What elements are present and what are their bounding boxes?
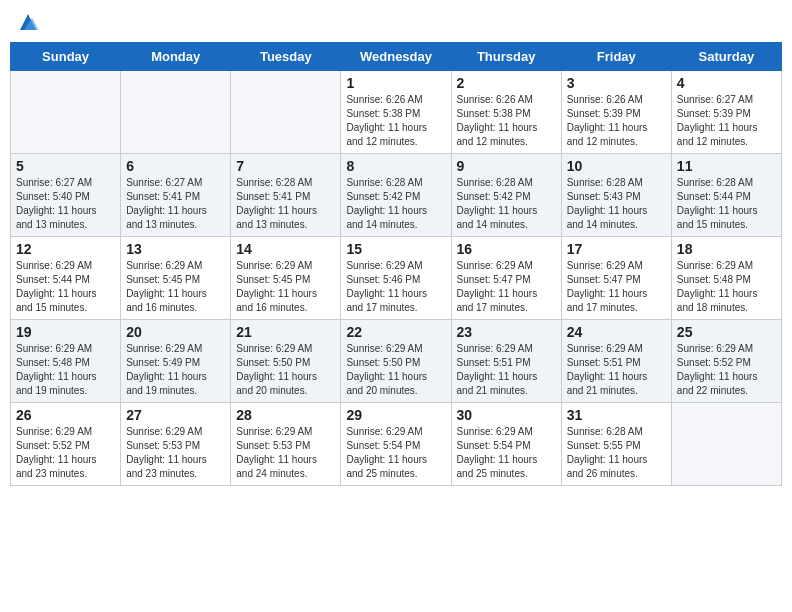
calendar-cell: 9Sunrise: 6:28 AM Sunset: 5:42 PM Daylig… — [451, 154, 561, 237]
day-info: Sunrise: 6:26 AM Sunset: 5:38 PM Dayligh… — [457, 93, 556, 149]
calendar-cell: 8Sunrise: 6:28 AM Sunset: 5:42 PM Daylig… — [341, 154, 451, 237]
calendar-cell: 14Sunrise: 6:29 AM Sunset: 5:45 PM Dayli… — [231, 237, 341, 320]
calendar-cell: 26Sunrise: 6:29 AM Sunset: 5:52 PM Dayli… — [11, 403, 121, 486]
calendar-cell: 2Sunrise: 6:26 AM Sunset: 5:38 PM Daylig… — [451, 71, 561, 154]
calendar-table: SundayMondayTuesdayWednesdayThursdayFrid… — [10, 42, 782, 486]
calendar-cell: 31Sunrise: 6:28 AM Sunset: 5:55 PM Dayli… — [561, 403, 671, 486]
day-info: Sunrise: 6:29 AM Sunset: 5:52 PM Dayligh… — [16, 425, 115, 481]
day-number: 30 — [457, 407, 556, 423]
calendar-cell: 30Sunrise: 6:29 AM Sunset: 5:54 PM Dayli… — [451, 403, 561, 486]
calendar-week-row: 5Sunrise: 6:27 AM Sunset: 5:40 PM Daylig… — [11, 154, 782, 237]
day-info: Sunrise: 6:29 AM Sunset: 5:44 PM Dayligh… — [16, 259, 115, 315]
day-info: Sunrise: 6:29 AM Sunset: 5:45 PM Dayligh… — [126, 259, 225, 315]
day-number: 31 — [567, 407, 666, 423]
day-number: 26 — [16, 407, 115, 423]
day-info: Sunrise: 6:29 AM Sunset: 5:54 PM Dayligh… — [346, 425, 445, 481]
day-info: Sunrise: 6:29 AM Sunset: 5:48 PM Dayligh… — [677, 259, 776, 315]
day-number: 14 — [236, 241, 335, 257]
calendar-cell: 12Sunrise: 6:29 AM Sunset: 5:44 PM Dayli… — [11, 237, 121, 320]
day-number: 24 — [567, 324, 666, 340]
day-info: Sunrise: 6:28 AM Sunset: 5:42 PM Dayligh… — [346, 176, 445, 232]
calendar-cell: 4Sunrise: 6:27 AM Sunset: 5:39 PM Daylig… — [671, 71, 781, 154]
day-info: Sunrise: 6:29 AM Sunset: 5:50 PM Dayligh… — [346, 342, 445, 398]
day-info: Sunrise: 6:26 AM Sunset: 5:38 PM Dayligh… — [346, 93, 445, 149]
day-of-week-header: Wednesday — [341, 43, 451, 71]
calendar-cell: 20Sunrise: 6:29 AM Sunset: 5:49 PM Dayli… — [121, 320, 231, 403]
calendar-cell: 21Sunrise: 6:29 AM Sunset: 5:50 PM Dayli… — [231, 320, 341, 403]
calendar-cell: 7Sunrise: 6:28 AM Sunset: 5:41 PM Daylig… — [231, 154, 341, 237]
calendar-cell — [11, 71, 121, 154]
calendar-cell: 6Sunrise: 6:27 AM Sunset: 5:41 PM Daylig… — [121, 154, 231, 237]
calendar-cell: 22Sunrise: 6:29 AM Sunset: 5:50 PM Dayli… — [341, 320, 451, 403]
calendar-cell — [121, 71, 231, 154]
day-info: Sunrise: 6:29 AM Sunset: 5:47 PM Dayligh… — [457, 259, 556, 315]
calendar-cell: 17Sunrise: 6:29 AM Sunset: 5:47 PM Dayli… — [561, 237, 671, 320]
day-number: 3 — [567, 75, 666, 91]
calendar-cell: 29Sunrise: 6:29 AM Sunset: 5:54 PM Dayli… — [341, 403, 451, 486]
day-info: Sunrise: 6:26 AM Sunset: 5:39 PM Dayligh… — [567, 93, 666, 149]
calendar-cell: 16Sunrise: 6:29 AM Sunset: 5:47 PM Dayli… — [451, 237, 561, 320]
calendar-cell — [231, 71, 341, 154]
day-number: 10 — [567, 158, 666, 174]
calendar-cell — [671, 403, 781, 486]
day-number: 4 — [677, 75, 776, 91]
calendar-cell: 23Sunrise: 6:29 AM Sunset: 5:51 PM Dayli… — [451, 320, 561, 403]
day-number: 25 — [677, 324, 776, 340]
calendar-cell: 27Sunrise: 6:29 AM Sunset: 5:53 PM Dayli… — [121, 403, 231, 486]
day-number: 15 — [346, 241, 445, 257]
day-number: 5 — [16, 158, 115, 174]
day-number: 22 — [346, 324, 445, 340]
day-info: Sunrise: 6:29 AM Sunset: 5:45 PM Dayligh… — [236, 259, 335, 315]
page-header — [10, 10, 782, 34]
day-of-week-header: Monday — [121, 43, 231, 71]
day-of-week-header: Tuesday — [231, 43, 341, 71]
calendar-cell: 24Sunrise: 6:29 AM Sunset: 5:51 PM Dayli… — [561, 320, 671, 403]
day-info: Sunrise: 6:28 AM Sunset: 5:43 PM Dayligh… — [567, 176, 666, 232]
day-number: 13 — [126, 241, 225, 257]
day-info: Sunrise: 6:29 AM Sunset: 5:47 PM Dayligh… — [567, 259, 666, 315]
day-number: 7 — [236, 158, 335, 174]
calendar-cell: 1Sunrise: 6:26 AM Sunset: 5:38 PM Daylig… — [341, 71, 451, 154]
day-number: 17 — [567, 241, 666, 257]
day-info: Sunrise: 6:29 AM Sunset: 5:54 PM Dayligh… — [457, 425, 556, 481]
day-info: Sunrise: 6:29 AM Sunset: 5:50 PM Dayligh… — [236, 342, 335, 398]
day-info: Sunrise: 6:29 AM Sunset: 5:53 PM Dayligh… — [236, 425, 335, 481]
day-of-week-header: Thursday — [451, 43, 561, 71]
day-info: Sunrise: 6:29 AM Sunset: 5:46 PM Dayligh… — [346, 259, 445, 315]
calendar-cell: 25Sunrise: 6:29 AM Sunset: 5:52 PM Dayli… — [671, 320, 781, 403]
day-number: 23 — [457, 324, 556, 340]
day-info: Sunrise: 6:27 AM Sunset: 5:40 PM Dayligh… — [16, 176, 115, 232]
calendar-cell: 19Sunrise: 6:29 AM Sunset: 5:48 PM Dayli… — [11, 320, 121, 403]
day-number: 11 — [677, 158, 776, 174]
day-info: Sunrise: 6:29 AM Sunset: 5:51 PM Dayligh… — [567, 342, 666, 398]
day-number: 28 — [236, 407, 335, 423]
day-number: 16 — [457, 241, 556, 257]
day-info: Sunrise: 6:27 AM Sunset: 5:39 PM Dayligh… — [677, 93, 776, 149]
day-info: Sunrise: 6:28 AM Sunset: 5:42 PM Dayligh… — [457, 176, 556, 232]
logo — [14, 10, 40, 34]
day-number: 1 — [346, 75, 445, 91]
calendar-cell: 15Sunrise: 6:29 AM Sunset: 5:46 PM Dayli… — [341, 237, 451, 320]
day-info: Sunrise: 6:29 AM Sunset: 5:49 PM Dayligh… — [126, 342, 225, 398]
day-info: Sunrise: 6:27 AM Sunset: 5:41 PM Dayligh… — [126, 176, 225, 232]
calendar-cell: 11Sunrise: 6:28 AM Sunset: 5:44 PM Dayli… — [671, 154, 781, 237]
day-info: Sunrise: 6:28 AM Sunset: 5:44 PM Dayligh… — [677, 176, 776, 232]
calendar-cell: 28Sunrise: 6:29 AM Sunset: 5:53 PM Dayli… — [231, 403, 341, 486]
day-number: 21 — [236, 324, 335, 340]
day-number: 20 — [126, 324, 225, 340]
day-number: 12 — [16, 241, 115, 257]
day-info: Sunrise: 6:28 AM Sunset: 5:41 PM Dayligh… — [236, 176, 335, 232]
day-number: 2 — [457, 75, 556, 91]
day-of-week-header: Sunday — [11, 43, 121, 71]
day-of-week-header: Friday — [561, 43, 671, 71]
logo-icon — [16, 10, 40, 34]
calendar-week-row: 26Sunrise: 6:29 AM Sunset: 5:52 PM Dayli… — [11, 403, 782, 486]
day-info: Sunrise: 6:28 AM Sunset: 5:55 PM Dayligh… — [567, 425, 666, 481]
day-number: 29 — [346, 407, 445, 423]
day-number: 27 — [126, 407, 225, 423]
calendar-week-row: 19Sunrise: 6:29 AM Sunset: 5:48 PM Dayli… — [11, 320, 782, 403]
day-number: 18 — [677, 241, 776, 257]
day-number: 8 — [346, 158, 445, 174]
day-info: Sunrise: 6:29 AM Sunset: 5:48 PM Dayligh… — [16, 342, 115, 398]
day-of-week-header: Saturday — [671, 43, 781, 71]
